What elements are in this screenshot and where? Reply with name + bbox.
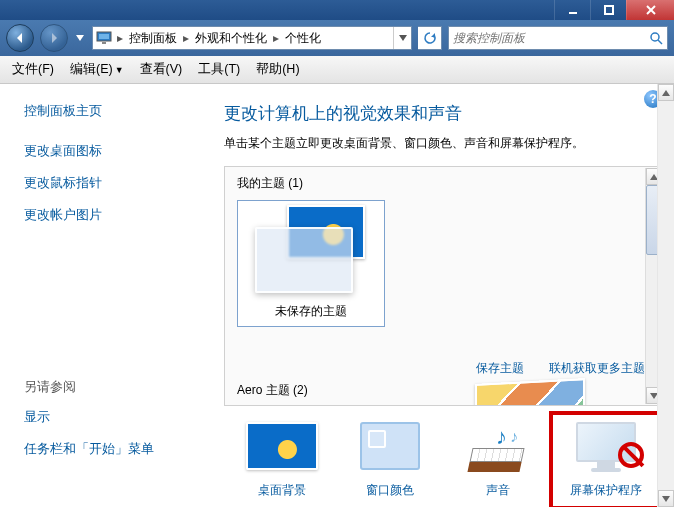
sidebar-link-desktop-icons[interactable]: 更改桌面图标: [24, 142, 210, 160]
window-color-tile[interactable]: 窗口颜色: [340, 422, 440, 499]
scroll-up-button[interactable]: [658, 84, 674, 101]
main-content: ? 更改计算机上的视觉效果和声音 单击某个主题立即更改桌面背景、窗口颜色、声音和…: [210, 84, 674, 507]
page-title: 更改计算机上的视觉效果和声音: [224, 102, 664, 125]
svg-rect-1: [605, 6, 613, 14]
menu-label: 编辑(E): [70, 62, 113, 76]
monitor-icon: [93, 27, 115, 49]
menu-tools[interactable]: 工具(T): [190, 57, 248, 82]
address-bar[interactable]: ▸ 控制面板 ▸ 外观和个性化 ▸ 个性化: [92, 26, 412, 50]
save-theme-link[interactable]: 保存主题: [476, 361, 524, 375]
screensaver-tile[interactable]: 屏幕保护程序: [556, 418, 656, 503]
tile-label: 屏幕保护程序: [562, 482, 650, 499]
breadcrumb-item[interactable]: 个性化: [281, 27, 325, 49]
themes-panel: 我的主题 (1) 未保存的主题 保存主题 联机获取更多主题 Aero 主题 (2…: [224, 166, 664, 406]
search-input[interactable]: [453, 31, 649, 45]
main-scrollbar[interactable]: [657, 84, 674, 507]
breadcrumb-item[interactable]: 外观和个性化: [191, 27, 271, 49]
scroll-down-button[interactable]: [658, 490, 674, 507]
desktop-background-tile[interactable]: 桌面背景: [232, 422, 332, 499]
address-dropdown[interactable]: [393, 27, 411, 49]
sidebar-link-taskbar-start[interactable]: 任务栏和「开始」菜单: [24, 440, 210, 458]
forward-button[interactable]: [40, 24, 68, 52]
sidebar: 控制面板主页 更改桌面图标 更改鼠标指针 更改帐户图片 另请参阅 显示 任务栏和…: [0, 84, 210, 507]
menu-file[interactable]: 文件(F): [4, 57, 62, 82]
svg-rect-6: [102, 42, 106, 44]
breadcrumb-item[interactable]: 控制面板: [125, 27, 181, 49]
disabled-icon: [618, 442, 644, 468]
back-button[interactable]: [6, 24, 34, 52]
aero-themes-label: Aero 主题 (2): [237, 382, 308, 399]
tile-label: 窗口颜色: [340, 482, 440, 499]
theme-label: 未保存的主题: [244, 299, 378, 324]
search-box[interactable]: [448, 26, 668, 50]
chevron-right-icon: ▸: [181, 31, 191, 45]
screensaver-icon: [570, 422, 642, 474]
menu-bar: 文件(F) 编辑(E)▼ 查看(V) 工具(T) 帮助(H): [0, 56, 674, 84]
svg-rect-5: [99, 34, 109, 39]
close-button[interactable]: [626, 0, 674, 20]
chevron-right-icon: ▸: [115, 31, 125, 45]
theme-tile-unsaved[interactable]: 未保存的主题: [237, 200, 385, 327]
wallpaper-icon: [246, 422, 318, 470]
recent-pages-dropdown[interactable]: [74, 35, 86, 41]
svg-point-7: [651, 33, 659, 41]
get-more-themes-link[interactable]: 联机获取更多主题: [549, 361, 645, 375]
window-color-icon: [360, 422, 420, 470]
refresh-button[interactable]: [418, 26, 442, 50]
sidebar-link-account-picture[interactable]: 更改帐户图片: [24, 206, 210, 224]
maximize-button[interactable]: [590, 0, 626, 20]
chevron-down-icon: ▼: [115, 65, 124, 75]
search-icon: [649, 31, 663, 45]
sounds-tile[interactable]: ♪♪ 声音: [448, 422, 548, 499]
minimize-button[interactable]: [554, 0, 590, 20]
my-themes-label: 我的主题 (1): [237, 175, 651, 192]
svg-line-8: [658, 40, 662, 44]
menu-edit[interactable]: 编辑(E)▼: [62, 57, 132, 82]
tile-label: 声音: [448, 482, 548, 499]
chevron-right-icon: ▸: [271, 31, 281, 45]
sidebar-link-home[interactable]: 控制面板主页: [24, 102, 210, 120]
menu-help[interactable]: 帮助(H): [248, 57, 307, 82]
window-preview: [255, 227, 353, 293]
sidebar-link-mouse-pointers[interactable]: 更改鼠标指针: [24, 174, 210, 192]
menu-view[interactable]: 查看(V): [132, 57, 191, 82]
see-also-heading: 另请参阅: [24, 378, 210, 396]
sound-icon: ♪♪: [462, 422, 534, 474]
sidebar-link-display[interactable]: 显示: [24, 408, 210, 426]
page-subtitle: 单击某个主题立即更改桌面背景、窗口颜色、声音和屏幕保护程序。: [224, 135, 664, 152]
aero-theme-thumbnail[interactable]: [475, 378, 585, 406]
tile-label: 桌面背景: [232, 482, 332, 499]
